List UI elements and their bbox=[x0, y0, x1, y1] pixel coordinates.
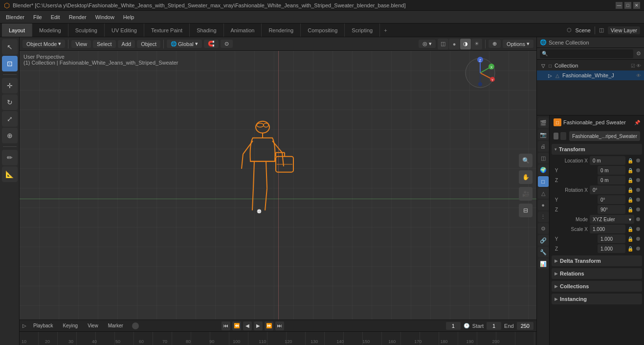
scale-z-lock-icon[interactable]: 🔒 bbox=[627, 246, 634, 252]
rotation-x-lock-icon[interactable]: 🔒 bbox=[627, 187, 634, 193]
marker-menu[interactable]: Marker bbox=[105, 322, 126, 329]
jump-to-end-button[interactable]: ⏭ bbox=[275, 322, 284, 330]
solid-shading-button[interactable]: ● bbox=[449, 39, 460, 49]
tab-animation[interactable]: Animation bbox=[224, 23, 262, 37]
view-menu[interactable]: View bbox=[71, 40, 91, 48]
prop-tab-render[interactable]: 📷 bbox=[538, 129, 549, 140]
prop-tab-particles[interactable]: ⋮ bbox=[538, 211, 549, 222]
camera-view-button[interactable]: 🎥 bbox=[519, 187, 533, 201]
mode-dot[interactable] bbox=[636, 217, 640, 221]
jump-to-start-button[interactable]: ⏮ bbox=[222, 322, 230, 330]
location-x-lock-icon[interactable]: 🔒 bbox=[627, 158, 634, 163]
wireframe-shading-button[interactable]: ◫ bbox=[438, 39, 448, 49]
scale-y-lock-icon[interactable]: 🔒 bbox=[627, 236, 634, 242]
location-x-dot[interactable] bbox=[636, 159, 640, 162]
prop-tab-output[interactable]: 🖨 bbox=[538, 141, 549, 152]
scale-y-dot[interactable] bbox=[636, 237, 640, 241]
scale-z-input[interactable]: 1.000 bbox=[598, 244, 625, 253]
view-menu-tl[interactable]: View bbox=[85, 322, 101, 329]
location-z-dot[interactable] bbox=[636, 178, 640, 182]
prop-tab-modifiers[interactable]: 🔧 bbox=[538, 247, 549, 257]
record-button[interactable] bbox=[132, 322, 139, 329]
tab-scripting[interactable]: Scripting bbox=[345, 23, 380, 37]
pan-tool-button[interactable]: ✋ bbox=[519, 170, 533, 184]
location-y-input[interactable]: 0 m bbox=[598, 166, 625, 175]
location-z-lock-icon[interactable]: 🔒 bbox=[627, 178, 634, 183]
cursor-tool-icon[interactable]: ↖ bbox=[2, 39, 18, 55]
rotate-tool-icon[interactable]: ↻ bbox=[2, 94, 18, 110]
scale-tool-icon[interactable]: ⤢ bbox=[2, 111, 18, 127]
data-name-dropdown[interactable]: Fashionable_...riped_Sweater bbox=[569, 131, 640, 141]
menu-blender[interactable]: Blender bbox=[2, 13, 28, 21]
keying-menu[interactable]: Keying bbox=[60, 322, 81, 329]
delta-transform-header[interactable]: ▶ Delta Transform bbox=[552, 255, 642, 266]
relations-header[interactable]: ▶ Relations bbox=[552, 268, 642, 279]
scale-x-lock-icon[interactable]: 🔒 bbox=[627, 227, 634, 232]
object-menu[interactable]: Object bbox=[137, 40, 160, 48]
timeline-track[interactable]: 10 20 30 40 50 60 70 80 90 100 110 120 1… bbox=[20, 332, 536, 345]
prop-tab-view-layer[interactable]: ◫ bbox=[538, 153, 549, 163]
tab-layout[interactable]: Layout bbox=[2, 23, 32, 37]
outliner-search[interactable]: 🔍 bbox=[540, 49, 633, 58]
outliner-object-item[interactable]: ▷ △ Fashionable_White_J 👁 bbox=[537, 70, 644, 80]
tab-compositing[interactable]: Compositing bbox=[301, 23, 345, 37]
menu-render[interactable]: Render bbox=[65, 13, 90, 21]
rotation-y-input[interactable]: 0° bbox=[598, 195, 625, 204]
tab-rendering[interactable]: Rendering bbox=[262, 23, 301, 37]
proportional-edit-button[interactable]: ⊙ bbox=[221, 40, 233, 48]
tab-shading[interactable]: Shading bbox=[190, 23, 223, 37]
minimize-button[interactable]: — bbox=[616, 2, 622, 9]
play-button[interactable]: ▶ bbox=[254, 322, 263, 330]
object-eye-icon[interactable]: 👁 bbox=[636, 73, 641, 78]
viewport-overlay-dropdown[interactable]: ◎ ▾ bbox=[419, 40, 436, 48]
close-button[interactable]: ✕ bbox=[633, 2, 640, 9]
collection-eye-icon[interactable]: 👁 bbox=[636, 63, 641, 69]
menu-file[interactable]: File bbox=[29, 13, 46, 21]
transform-section-header[interactable]: ▾ Transform bbox=[552, 144, 642, 155]
prop-tab-constraints[interactable]: 🔗 bbox=[538, 235, 549, 246]
outliner-collection-item[interactable]: ▽ □ Collection ☑ 👁 bbox=[537, 61, 644, 70]
rotation-x-input[interactable]: 0° bbox=[590, 185, 625, 194]
pin-icon[interactable]: 📌 bbox=[634, 120, 640, 125]
material-shading-button[interactable]: ◑ bbox=[460, 39, 471, 49]
rotation-x-dot[interactable] bbox=[636, 188, 640, 192]
tab-uv-editing[interactable]: UV Editing bbox=[105, 23, 144, 37]
step-back-button[interactable]: ⏪ bbox=[232, 322, 241, 330]
measure-tool-icon[interactable]: 📐 bbox=[2, 166, 18, 182]
tab-texture-paint[interactable]: Texture Paint bbox=[144, 23, 190, 37]
prop-tab-data[interactable]: 📊 bbox=[538, 258, 549, 269]
playback-menu[interactable]: Playback bbox=[30, 322, 56, 329]
navigation-gizmo[interactable]: Z X Y bbox=[463, 56, 497, 90]
select-tool-icon[interactable]: ⊡ bbox=[2, 56, 18, 71]
current-frame-input[interactable]: 1 bbox=[446, 322, 461, 330]
zoom-in-button[interactable]: 🔍 bbox=[519, 154, 533, 167]
prop-tab-object[interactable]: □ bbox=[538, 176, 549, 187]
instancing-header[interactable]: ▶ Instancing bbox=[552, 294, 642, 304]
gizmo-toggle[interactable]: ⊕ bbox=[489, 40, 501, 48]
menu-help[interactable]: Help bbox=[119, 13, 138, 21]
tab-modeling[interactable]: Modeling bbox=[32, 23, 68, 37]
object-mode-dropdown[interactable]: Object Mode ▾ bbox=[22, 40, 65, 48]
scale-z-dot[interactable] bbox=[636, 247, 640, 251]
play-reverse-button[interactable]: ◀ bbox=[243, 322, 252, 330]
rotation-mode-select[interactable]: XYZ Euler ▾ bbox=[590, 215, 634, 224]
transform-dropdown[interactable]: 🌐 Global ▾ bbox=[167, 40, 202, 48]
collections-header[interactable]: ▶ Collections bbox=[552, 281, 642, 292]
snap-button[interactable]: 🧲 bbox=[204, 40, 219, 48]
prop-tab-material[interactable]: ● bbox=[538, 200, 549, 210]
object-name-label[interactable]: Fashionable_ped Sweater bbox=[563, 119, 632, 125]
prop-tab-scene[interactable]: 🎬 bbox=[538, 117, 549, 128]
outliner-filter-button[interactable]: ⚙ bbox=[636, 50, 641, 57]
rotation-z-dot[interactable] bbox=[636, 207, 640, 211]
location-y-lock-icon[interactable]: 🔒 bbox=[627, 168, 634, 173]
rotation-y-dot[interactable] bbox=[636, 198, 640, 202]
start-frame-input[interactable]: 1 bbox=[487, 322, 501, 330]
orthographic-toggle-button[interactable]: ⊟ bbox=[519, 204, 533, 217]
scale-x-dot[interactable] bbox=[636, 227, 640, 231]
prop-tab-mesh[interactable]: △ bbox=[538, 188, 549, 199]
add-menu[interactable]: Add bbox=[118, 40, 135, 48]
menu-edit[interactable]: Edit bbox=[47, 13, 64, 21]
scale-y-input[interactable]: 1.000 bbox=[598, 234, 625, 243]
rotation-z-input[interactable]: 90° bbox=[598, 205, 625, 214]
add-workspace-button[interactable]: + bbox=[380, 23, 391, 37]
